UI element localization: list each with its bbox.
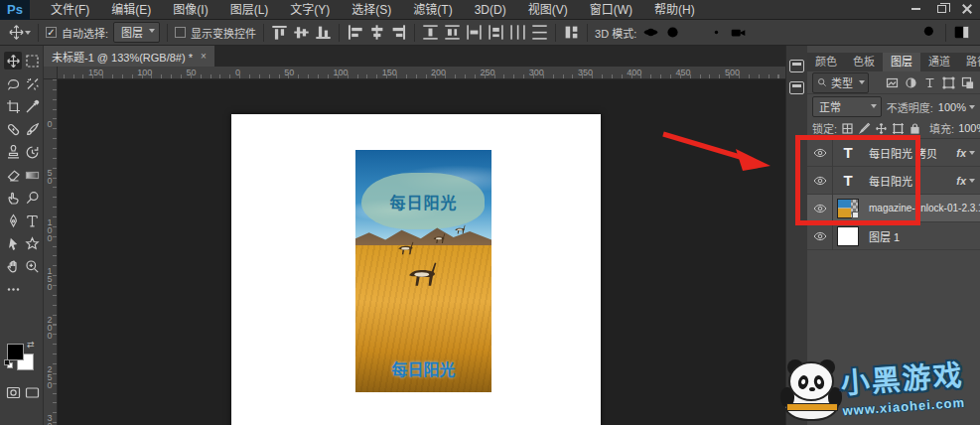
3d-camera-icon[interactable] [730, 24, 747, 41]
tab-swatches[interactable]: 色板 [845, 53, 883, 71]
menu-item-3[interactable]: 图层(L) [219, 0, 280, 20]
eraser-tool[interactable] [4, 166, 22, 184]
quick-selection-tool[interactable] [23, 74, 41, 92]
show-transform-checkbox[interactable] [175, 27, 186, 38]
distribute-top-edges-icon[interactable] [422, 24, 439, 41]
align-bottom-edges-icon[interactable] [315, 24, 332, 41]
menu-item-9[interactable]: 窗口(W) [579, 0, 643, 20]
poster-image[interactable]: 每日阳光 每日阳光 [355, 150, 491, 392]
foreground-color-swatch[interactable] [7, 344, 24, 360]
default-colors-icon[interactable] [4, 359, 14, 369]
filter-type-layers-icon[interactable] [922, 75, 937, 90]
visibility-toggle[interactable] [807, 195, 833, 222]
menu-item-1[interactable]: 编辑(E) [100, 0, 162, 20]
search-icon[interactable] [921, 24, 938, 41]
distribute-spacing-icon[interactable] [563, 24, 580, 41]
clone-stamp-tool[interactable] [4, 143, 22, 161]
collapsed-panel-icon[interactable] [789, 81, 804, 94]
blend-mode-dropdown[interactable]: 正常 [812, 96, 882, 117]
menu-item-5[interactable]: 选择(S) [341, 0, 402, 20]
auto-select-checkbox[interactable]: ✓ [46, 27, 57, 38]
visibility-toggle[interactable] [807, 139, 833, 167]
layer-row-text[interactable]: T 每日阳光 fx [807, 167, 980, 195]
menu-item-7[interactable]: 3D(D) [464, 0, 517, 20]
menu-item-6[interactable]: 滤镜(T) [402, 0, 463, 20]
document-tab-close-icon[interactable]: × [201, 51, 207, 62]
custom-shape-tool[interactable] [23, 234, 41, 252]
canvas-page[interactable]: 每日阳光 每日阳光 [231, 114, 601, 425]
distribute-bottom-edges-icon[interactable] [466, 24, 483, 41]
tab-color[interactable]: 颜色 [807, 53, 845, 71]
brush-tool[interactable] [23, 120, 41, 138]
lock-pixels-icon[interactable] [858, 121, 871, 136]
menu-item-10[interactable]: 帮助(H) [643, 0, 706, 20]
screen-mode-button[interactable] [23, 383, 41, 401]
filter-pixel-layers-icon[interactable] [885, 75, 900, 90]
filter-adjustment-layers-icon[interactable] [904, 75, 918, 90]
menu-item-2[interactable]: 图像(I) [162, 0, 218, 20]
lock-position-icon[interactable] [875, 121, 888, 136]
layer-effects[interactable]: fx [956, 175, 980, 187]
3d-slide-icon[interactable] [708, 24, 725, 41]
tab-layers[interactable]: 图层 [883, 53, 920, 71]
smudge-tool[interactable] [4, 189, 22, 207]
edit-toolbar-icon[interactable] [4, 280, 22, 298]
tab-channels[interactable]: 通道 [920, 53, 958, 71]
marquee-tool[interactable] [23, 52, 41, 70]
zoom-tool[interactable] [23, 257, 41, 275]
close-button[interactable] [954, 0, 980, 18]
healing-brush-tool[interactable] [4, 120, 22, 138]
quick-mask-button[interactable] [4, 383, 22, 401]
eyedropper-tool[interactable] [23, 97, 41, 115]
layer-row-text-copy[interactable]: T 每日阳光 拷贝 fx [807, 139, 980, 167]
fill-value[interactable]: 100% [958, 122, 980, 134]
restore-button[interactable] [928, 0, 954, 18]
gradient-tool[interactable] [23, 166, 41, 184]
hand-tool[interactable] [4, 257, 22, 275]
align-top-edges-icon[interactable] [271, 24, 288, 41]
pen-tool[interactable] [4, 212, 22, 229]
type-layer-thumbnail[interactable]: T [833, 172, 863, 189]
type-tool[interactable] [23, 212, 41, 229]
distribute-left-edges-icon[interactable] [488, 24, 504, 41]
tool-preset-chevron-icon[interactable] [25, 31, 31, 35]
lock-transparency-icon[interactable] [841, 121, 854, 136]
auto-select-dropdown[interactable]: 图层 [113, 22, 160, 43]
filter-smart-objects-icon[interactable] [960, 75, 975, 90]
3d-roll-icon[interactable] [664, 24, 681, 41]
lock-all-icon[interactable] [909, 121, 921, 136]
collapsed-panel-icon[interactable] [789, 60, 804, 72]
3d-orbit-icon[interactable] [642, 24, 659, 41]
move-tool[interactable] [4, 52, 22, 70]
path-selection-tool[interactable] [4, 234, 22, 252]
image-layer-thumbnail[interactable] [833, 199, 863, 218]
minimize-button[interactable] [903, 0, 928, 18]
move-tool-preset-icon[interactable] [8, 24, 25, 41]
layer-row-background[interactable]: 图层 1 [807, 222, 980, 250]
dodge-tool[interactable] [23, 189, 41, 207]
layer-row-image[interactable]: magazine-unlock-01-2.3.1... [807, 195, 980, 222]
fill-layer-thumbnail[interactable] [833, 226, 863, 246]
visibility-toggle[interactable] [807, 167, 833, 195]
visibility-toggle[interactable] [807, 222, 833, 250]
distribute-vertical-centers-icon[interactable] [444, 24, 461, 41]
layer-filter-dropdown[interactable]: 类型 [812, 72, 869, 93]
document-tab[interactable]: 未标题-1 @ 133%(RGB/8#) * × [44, 46, 214, 67]
menu-item-8[interactable]: 视图(V) [517, 0, 579, 20]
lasso-tool[interactable] [4, 74, 22, 92]
swap-colors-icon[interactable]: ⇄ [27, 340, 35, 350]
type-layer-thumbnail[interactable]: T [833, 144, 863, 161]
align-horizontal-centers-icon[interactable] [368, 24, 385, 41]
align-left-edges-icon[interactable] [347, 24, 363, 41]
align-vertical-centers-icon[interactable] [293, 24, 310, 41]
tab-paths[interactable]: 路径 [958, 53, 980, 71]
distribute-horizontal-centers-icon[interactable] [509, 24, 526, 41]
distribute-right-edges-icon[interactable] [531, 24, 548, 41]
crop-tool[interactable] [4, 97, 22, 115]
history-brush-tool[interactable] [23, 143, 41, 161]
3d-pan-icon[interactable] [686, 24, 703, 41]
layer-effects[interactable]: fx [956, 147, 980, 159]
workspace-switcher-icon[interactable] [953, 24, 970, 41]
menu-item-0[interactable]: 文件(F) [40, 0, 100, 20]
opacity-value[interactable]: 100% [938, 101, 975, 113]
